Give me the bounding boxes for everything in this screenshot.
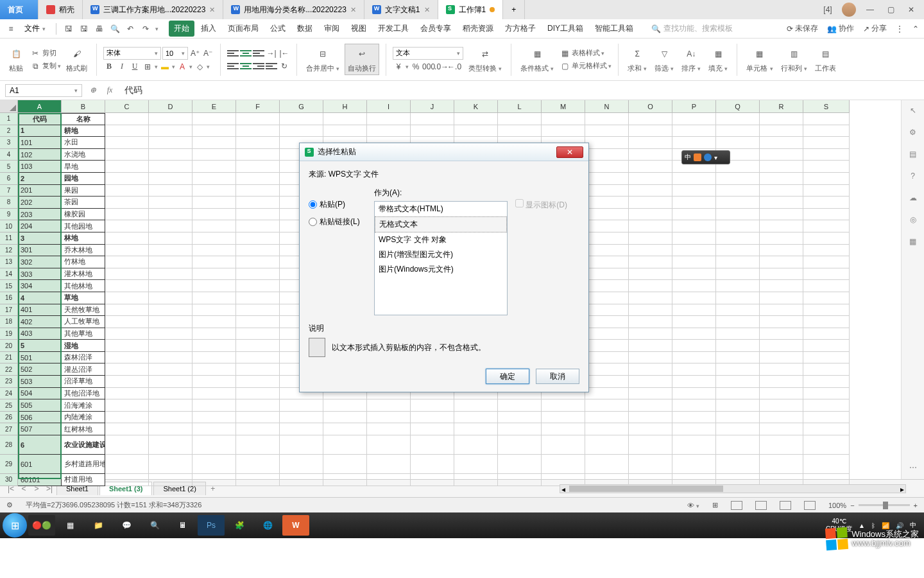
cell-F23[interactable]	[236, 376, 280, 388]
cell-D22[interactable]	[149, 363, 193, 376]
align-middle-icon[interactable]	[240, 49, 252, 58]
cell-F4[interactable]	[236, 149, 280, 161]
task-wps[interactable]: W	[282, 515, 309, 536]
cell-D4[interactable]	[149, 149, 193, 161]
list-item[interactable]: 图片(增强型图元文件)	[375, 247, 507, 262]
zoom-out-icon[interactable]: −	[850, 502, 854, 509]
cell-P14[interactable]	[672, 268, 716, 281]
cell-D18[interactable]	[149, 316, 193, 328]
cell-A14[interactable]: 303	[18, 268, 62, 281]
cell-C22[interactable]	[105, 363, 149, 376]
help-icon[interactable]: ?	[907, 170, 920, 182]
cell-Q15[interactable]	[716, 280, 760, 292]
cell-Q26[interactable]	[716, 412, 760, 424]
formula-input[interactable]: 代码	[121, 85, 919, 96]
cell-A9[interactable]: 203	[18, 209, 62, 221]
cell-Q19[interactable]	[716, 328, 760, 340]
col-header-R[interactable]: R	[760, 100, 803, 113]
cell-B28[interactable]: 农业设施建设用地	[62, 435, 105, 455]
cell-O16[interactable]	[629, 292, 672, 304]
cell-R16[interactable]	[760, 292, 803, 304]
cell-K2[interactable]	[454, 125, 498, 137]
cell-S19[interactable]	[803, 328, 850, 340]
cell-N13[interactable]	[585, 256, 629, 268]
cell-O4[interactable]	[629, 149, 672, 161]
cell-H30[interactable]	[323, 474, 367, 486]
cell-P8[interactable]	[672, 197, 716, 209]
cell-R8[interactable]	[760, 197, 803, 209]
cell-N28[interactable]	[585, 435, 629, 455]
cell-Q2[interactable]	[716, 125, 760, 137]
cell-J28[interactable]	[411, 435, 454, 455]
cell-O29[interactable]	[629, 455, 672, 474]
cell-L28[interactable]	[498, 435, 542, 455]
cell-Q20[interactable]	[716, 340, 760, 352]
cloud-icon[interactable]: ☁	[907, 191, 920, 204]
cell-S28[interactable]	[803, 435, 850, 455]
cell-N25[interactable]	[585, 399, 629, 412]
indent-decrease-icon[interactable]: |←	[278, 48, 290, 59]
cell-S6[interactable]	[803, 173, 850, 185]
cell-F1[interactable]	[236, 113, 280, 125]
cell-O11[interactable]	[629, 232, 672, 245]
cell-M29[interactable]	[542, 455, 585, 474]
cell-F24[interactable]	[236, 388, 280, 400]
cell-O1[interactable]	[629, 113, 672, 125]
cell-L26[interactable]	[498, 412, 542, 424]
cell-H2[interactable]	[323, 125, 367, 137]
ribbon-tab-dev[interactable]: 开发工具	[373, 21, 414, 37]
cell-C28[interactable]	[105, 435, 149, 455]
align-justify-icon[interactable]	[266, 62, 277, 71]
copy-button[interactable]: ⧉复制 ▾	[30, 60, 61, 72]
cell-N12[interactable]	[585, 245, 629, 257]
cell-C5[interactable]	[105, 161, 149, 173]
row-header-10[interactable]: 10	[0, 220, 18, 232]
cell-E13[interactable]	[193, 256, 236, 268]
cell-C29[interactable]	[105, 455, 149, 474]
cell-F26[interactable]	[236, 412, 280, 424]
cell-Q8[interactable]	[716, 197, 760, 209]
ribbon-tab-start[interactable]: 开始	[169, 21, 194, 37]
cell-G26[interactable]	[280, 412, 323, 424]
worksheet-button[interactable]: ▤工作表	[812, 46, 839, 73]
task-app-1[interactable]: 🔴🟢	[28, 515, 55, 536]
cell-F16[interactable]	[236, 292, 280, 304]
zoom-slider[interactable]	[859, 504, 910, 506]
row-header-22[interactable]: 22	[0, 363, 18, 376]
row-header-4[interactable]: 4	[0, 149, 18, 161]
cell-C17[interactable]	[105, 304, 149, 317]
cell-R20[interactable]	[760, 340, 803, 352]
zoom-in-icon[interactable]: +	[914, 502, 918, 509]
orientation-icon[interactable]: ↻	[278, 60, 290, 72]
cell-K28[interactable]	[454, 435, 498, 455]
row-header-15[interactable]: 15	[0, 280, 18, 292]
cell-J27[interactable]	[411, 423, 454, 435]
row-header-2[interactable]: 2	[0, 125, 18, 137]
row-header-9[interactable]: 9	[0, 209, 18, 221]
ribbon-tab-view[interactable]: 视图	[346, 21, 372, 37]
cell-S1[interactable]	[803, 113, 850, 125]
tab-doc3[interactable]: 文字文稿1✕	[364, 0, 438, 19]
cell-R18[interactable]	[760, 316, 803, 328]
cell-R6[interactable]	[760, 173, 803, 185]
tab-doc1[interactable]: 三调工作方案用地...20220223✕	[83, 0, 223, 19]
col-header-C[interactable]: C	[105, 100, 149, 113]
cell-S11[interactable]	[803, 232, 850, 245]
cell-A8[interactable]: 202	[18, 197, 62, 209]
task-explorer[interactable]: 📁	[85, 515, 112, 536]
cell-O8[interactable]	[629, 197, 672, 209]
cell-C12[interactable]	[105, 245, 149, 257]
cell-C13[interactable]	[105, 256, 149, 268]
zoom-icon[interactable]: ⊕	[87, 85, 99, 96]
target-icon[interactable]: ◎	[907, 213, 920, 226]
cell-R4[interactable]	[760, 149, 803, 161]
cell-S26[interactable]	[803, 412, 850, 424]
cell-C27[interactable]	[105, 423, 149, 435]
cell-P28[interactable]	[672, 435, 716, 455]
row-header-11[interactable]: 11	[0, 232, 18, 245]
cell-J29[interactable]	[411, 455, 454, 474]
cell-A25[interactable]: 505	[18, 399, 62, 412]
cell-R9[interactable]	[760, 209, 803, 221]
cell-A21[interactable]: 501	[18, 352, 62, 364]
scroll-thumb[interactable]	[569, 486, 723, 492]
